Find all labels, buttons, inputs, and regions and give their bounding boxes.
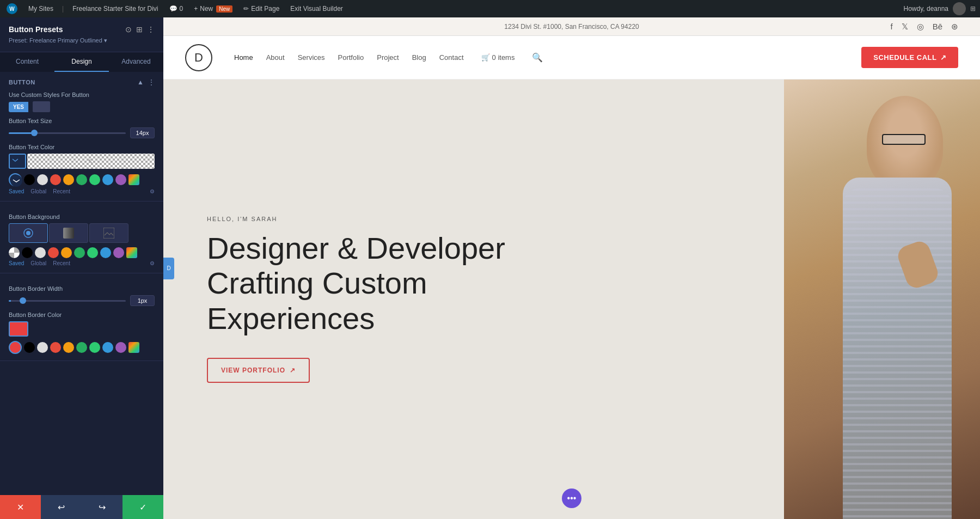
border-swatch-black[interactable] xyxy=(24,342,35,353)
instagram-top-icon[interactable]: ◎ xyxy=(917,22,924,32)
bg-swatch-settings-icon[interactable]: ⚙ xyxy=(150,260,155,266)
border-swatch-purple[interactable] xyxy=(115,342,126,353)
bg-swatch-black[interactable] xyxy=(22,247,33,258)
bg-swatch-red[interactable] xyxy=(48,247,59,258)
text-size-value[interactable]: 14px xyxy=(130,127,155,138)
dribbble-top-icon[interactable]: ⊛ xyxy=(951,22,958,32)
view-portfolio-button[interactable]: VIEW PORTFOLIO ↗ xyxy=(207,358,310,383)
bg-swatch-green[interactable] xyxy=(87,247,98,258)
bg-swatch-white[interactable] xyxy=(35,247,46,258)
twitter-top-icon[interactable]: 𝕏 xyxy=(902,22,908,32)
grid-icon[interactable]: ⊞ xyxy=(136,25,143,34)
tab-content[interactable]: Content xyxy=(0,52,54,72)
save-button[interactable]: ✓ xyxy=(122,495,163,519)
toggle-no-area[interactable] xyxy=(33,101,50,112)
tab-design[interactable]: Design xyxy=(54,52,109,72)
exit-builder-link[interactable]: Exit Visual Builder xyxy=(288,0,345,17)
bg-swatch-blue[interactable] xyxy=(100,247,111,258)
border-swatch-red[interactable] xyxy=(50,342,61,353)
wp-logo[interactable]: W xyxy=(4,0,20,17)
howdy-label: Howdy, deanna xyxy=(904,5,949,13)
nav-blog[interactable]: Blog xyxy=(412,53,426,62)
screen-options-icon[interactable]: ⊞ xyxy=(970,5,976,13)
section-more-icon[interactable]: ⋮ xyxy=(148,78,155,86)
site-name-link[interactable]: Freelance Starter Site for Divi xyxy=(70,0,160,17)
panel-subtitle[interactable]: Preset: Freelance Primary Outlined ▾ xyxy=(9,37,155,44)
color-preview-right[interactable]: ↖ xyxy=(27,154,155,169)
bg-tab-color[interactable] xyxy=(9,223,48,243)
bg-swatch-tab-saved[interactable]: Saved xyxy=(9,260,24,266)
behance-top-icon[interactable]: Bē xyxy=(933,22,942,31)
border-swatch-green-dark[interactable] xyxy=(76,342,87,353)
border-swatch-blue[interactable] xyxy=(102,342,113,353)
nav-portfolio[interactable]: Portfolio xyxy=(338,53,364,62)
divi-builder-indicator[interactable]: D xyxy=(163,258,174,279)
border-swatch-white[interactable] xyxy=(37,342,48,353)
border-swatch-active[interactable] xyxy=(9,341,22,354)
spacer xyxy=(9,243,155,247)
bg-swatch-orange[interactable] xyxy=(61,247,72,258)
swatch-purple[interactable] xyxy=(115,174,126,185)
schedule-call-button[interactable]: SCHEDULE CALL ↗ xyxy=(861,47,958,68)
comments-link[interactable]: 💬 0 xyxy=(167,0,186,17)
bg-swatch-tab-recent[interactable]: Recent xyxy=(53,260,70,266)
tab-advanced[interactable]: Advanced xyxy=(109,52,163,72)
border-width-slider[interactable] xyxy=(9,300,126,302)
swatch-orange[interactable] xyxy=(63,174,74,185)
nav-contact[interactable]: Contact xyxy=(439,53,464,62)
border-color-swatch-main[interactable] xyxy=(9,321,28,337)
color-preview-left[interactable] xyxy=(9,154,26,169)
border-swatch-orange[interactable] xyxy=(63,342,74,353)
swatch-green-dark[interactable] xyxy=(76,174,87,185)
redo-button[interactable]: ↪ xyxy=(82,495,122,519)
my-sites-menu[interactable]: My Sites xyxy=(26,0,56,17)
edit-page-link[interactable]: ✏ Edit Page xyxy=(241,0,281,17)
swatch-green[interactable] xyxy=(89,174,100,185)
swatch-blue[interactable] xyxy=(102,174,113,185)
panel-title-row: Button Presets ⊙ ⊞ ⋮ xyxy=(9,25,155,34)
hero-title: Designer & Developer Crafting Custom Exp… xyxy=(207,231,588,336)
border-swatch-custom[interactable] xyxy=(128,342,139,353)
site-nav-right: SCHEDULE CALL ↗ xyxy=(861,47,958,68)
bg-swatch-purple[interactable] xyxy=(113,247,124,258)
nav-home[interactable]: Home xyxy=(234,53,253,62)
facebook-top-icon[interactable]: f xyxy=(890,22,892,31)
nav-cart[interactable]: 🛒 0 items xyxy=(481,53,515,62)
collapse-icon[interactable]: ▲ xyxy=(137,78,144,86)
bg-swatch-tab-global[interactable]: Global xyxy=(30,260,46,266)
sync-icon[interactable]: ⊙ xyxy=(125,25,132,34)
undo-button[interactable]: ↩ xyxy=(41,495,82,519)
swatch-settings-icon[interactable]: ⚙ xyxy=(150,188,155,194)
swatch-tab-saved[interactable]: Saved xyxy=(9,188,24,194)
nav-project[interactable]: Project xyxy=(377,53,399,62)
site-menu: Home About Services Portfolio Project Bl… xyxy=(234,52,543,63)
swatch-red[interactable] xyxy=(50,174,61,185)
toggle-yes-btn[interactable]: YES xyxy=(9,102,28,112)
section-header: Button ▲ ⋮ xyxy=(9,78,155,86)
search-icon[interactable]: 🔍 xyxy=(532,52,543,63)
swatch-white[interactable] xyxy=(37,174,48,185)
bg-tab-image[interactable] xyxy=(89,223,128,243)
border-width-slider-row: 1px xyxy=(9,295,155,306)
site-logo[interactable]: D xyxy=(185,44,212,71)
swatch-custom[interactable] xyxy=(128,174,139,185)
swatch-black[interactable] xyxy=(24,174,35,185)
border-width-value[interactable]: 1px xyxy=(130,295,155,306)
bg-tab-gradient[interactable] xyxy=(49,223,88,243)
more-icon[interactable]: ⋮ xyxy=(147,25,155,34)
swatch-tab-recent[interactable]: Recent xyxy=(53,188,70,194)
bg-swatch-green-dark[interactable] xyxy=(74,247,85,258)
new-link[interactable]: + New New xyxy=(192,0,235,17)
nav-services[interactable]: Services xyxy=(298,53,325,62)
bg-swatch-checker[interactable] xyxy=(9,247,20,258)
cancel-button[interactable]: ✕ xyxy=(0,495,41,519)
swatch-picker[interactable] xyxy=(9,173,22,186)
more-options-button[interactable]: ••• xyxy=(562,489,581,508)
exit-builder-label: Exit Visual Builder xyxy=(290,5,343,13)
border-swatch-green[interactable] xyxy=(89,342,100,353)
nav-about[interactable]: About xyxy=(266,53,285,62)
panel-body: Button ▲ ⋮ Use Custom Styles For Button … xyxy=(0,72,163,495)
text-size-slider[interactable] xyxy=(9,132,126,134)
swatch-tab-global[interactable]: Global xyxy=(30,188,46,194)
bg-swatch-custom[interactable] xyxy=(126,247,137,258)
